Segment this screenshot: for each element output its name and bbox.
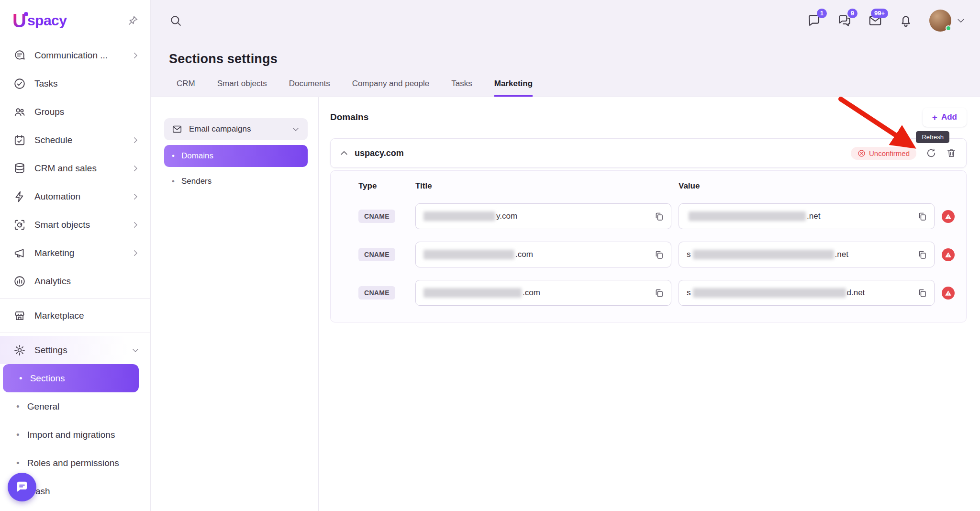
sidebar-subitem-sections[interactable]: Sections — [3, 364, 139, 392]
trash-icon — [946, 148, 957, 158]
brand-logo[interactable]: U — [12, 11, 26, 30]
sidebar-item-marketplace[interactable]: Marketplace — [0, 301, 150, 330]
status-label: Unconfirmed — [869, 149, 910, 157]
sidebar-item-communication[interactable]: Communication ... — [0, 41, 150, 69]
sidebar-item-label: Automation — [34, 191, 80, 202]
tab-crm[interactable]: CRM — [177, 79, 195, 97]
tab-company-and-people[interactable]: Company and people — [352, 79, 430, 97]
domain-card-actions: Unconfirmed — [851, 147, 957, 160]
sidebar-item-crm-and-sales[interactable]: CRM and sales — [0, 154, 150, 182]
automation-icon — [13, 190, 26, 203]
record-type: CNAME — [358, 210, 395, 223]
copy-icon[interactable] — [917, 211, 927, 222]
sidebar-item-automation[interactable]: Automation — [0, 182, 150, 211]
copy-icon[interactable] — [917, 250, 927, 260]
copy-icon[interactable] — [654, 288, 664, 298]
dns-records-body: Type Title Value CNAME y.com — [330, 170, 967, 322]
sidebar-item-smart-objects[interactable]: Smart objects — [0, 211, 150, 239]
chats-badge: 9 — [847, 9, 858, 18]
chevron-right-icon — [131, 221, 140, 229]
sidebar-subitem-general[interactable]: General — [0, 392, 150, 421]
sidebar-subitem-import-and-migrations[interactable]: Import and migrations — [0, 421, 150, 449]
copy-icon[interactable] — [917, 288, 927, 298]
sidebar-item-label: Tasks — [34, 78, 58, 89]
chevron-right-icon — [131, 51, 140, 60]
sidebar-item-groups[interactable]: Groups — [0, 98, 150, 126]
chevron-up-icon[interactable] — [339, 148, 349, 158]
pin-sidebar-icon[interactable] — [127, 15, 139, 26]
record-type: CNAME — [358, 286, 395, 300]
bullet-icon — [16, 401, 27, 412]
mail-badge: 99+ — [871, 9, 888, 18]
mail-button[interactable]: 99+ — [868, 13, 882, 28]
section-tabs: CRM Smart objects Documents Company and … — [169, 79, 980, 97]
record-title-field[interactable]: y.com — [415, 203, 671, 229]
record-error-icon — [942, 248, 955, 261]
domain-card: uspacy.com Unconfirmed — [330, 138, 967, 322]
subnav-label: Email campaigns — [189, 124, 251, 134]
chevron-down-icon — [131, 346, 140, 355]
sidebar: U spacy Communication ... Tasks Groups — [0, 0, 151, 511]
subnav-item-domains[interactable]: Domains — [164, 145, 308, 167]
record-value-field[interactable]: s d.net — [679, 280, 935, 306]
copy-icon[interactable] — [654, 211, 664, 222]
dns-records-table: Type Title Value CNAME y.com — [358, 181, 954, 306]
logo-row: U spacy — [0, 0, 150, 41]
crm-icon — [13, 162, 26, 175]
refresh-icon — [926, 148, 936, 158]
comments-button[interactable]: 1 — [807, 13, 821, 28]
add-domain-button[interactable]: + Add — [923, 108, 967, 127]
copy-icon[interactable] — [654, 250, 664, 260]
record-value-field[interactable]: .net — [679, 203, 935, 229]
chevron-right-icon — [131, 249, 140, 257]
sidebar-item-tasks[interactable]: Tasks — [0, 69, 150, 98]
sidebar-item-marketing[interactable]: Marketing — [0, 239, 150, 267]
bullet-icon — [19, 373, 30, 384]
column-header-title: Title — [415, 181, 671, 191]
redacted-text — [693, 250, 834, 259]
domain-card-header[interactable]: uspacy.com Unconfirmed — [330, 138, 967, 168]
bullet-icon — [172, 151, 181, 161]
chats-button[interactable]: 9 — [837, 13, 852, 28]
sidebar-nav: Communication ... Tasks Groups Schedule … — [0, 41, 150, 505]
sidebar-item-label: Communication ... — [34, 50, 108, 61]
value-prefix: s — [687, 250, 691, 259]
topbar: 1 9 99+ — [151, 0, 980, 41]
subitem-label: Roles and permissions — [27, 458, 119, 468]
sidebar-item-analytics[interactable]: Analytics — [0, 267, 150, 295]
tasks-icon — [13, 78, 26, 90]
tab-marketing[interactable]: Marketing — [494, 79, 533, 97]
value-suffix: d.net — [847, 288, 865, 298]
column-header-value: Value — [679, 181, 935, 191]
sidebar-item-label: Smart objects — [34, 220, 90, 230]
smart-objects-icon — [13, 219, 26, 231]
support-chat-button[interactable] — [8, 473, 36, 501]
notifications-button[interactable] — [899, 13, 913, 28]
subnav-item-senders[interactable]: Senders — [164, 171, 308, 192]
app-window: U spacy Communication ... Tasks Groups — [0, 0, 980, 511]
value-prefix: s — [687, 288, 691, 298]
settings-gear-icon — [13, 344, 26, 356]
workarea: Email campaigns Domains Senders Domains — [151, 97, 980, 511]
tab-documents[interactable]: Documents — [289, 79, 330, 97]
sidebar-item-schedule[interactable]: Schedule — [0, 126, 150, 154]
sidebar-divider — [0, 333, 150, 333]
record-title-field[interactable]: .com — [415, 242, 671, 267]
record-error-icon — [942, 287, 955, 300]
sidebar-item-label: Groups — [34, 107, 64, 117]
bullet-icon — [172, 177, 181, 186]
record-title-field[interactable]: .com — [415, 280, 671, 306]
record-value-field[interactable]: s .net — [679, 242, 935, 267]
delete-domain-button[interactable] — [946, 148, 957, 158]
sidebar-item-label: Settings — [34, 345, 67, 355]
envelope-icon — [172, 124, 182, 134]
plus-icon: + — [932, 113, 937, 122]
user-menu[interactable] — [929, 10, 966, 32]
search-icon[interactable] — [169, 14, 182, 27]
redacted-text — [423, 211, 495, 221]
sidebar-item-settings[interactable]: Settings — [0, 336, 150, 364]
tab-tasks[interactable]: Tasks — [451, 79, 472, 97]
refresh-button[interactable] — [926, 148, 936, 158]
subnav-item-email-campaigns[interactable]: Email campaigns — [164, 118, 308, 140]
tab-smart-objects[interactable]: Smart objects — [217, 79, 267, 97]
